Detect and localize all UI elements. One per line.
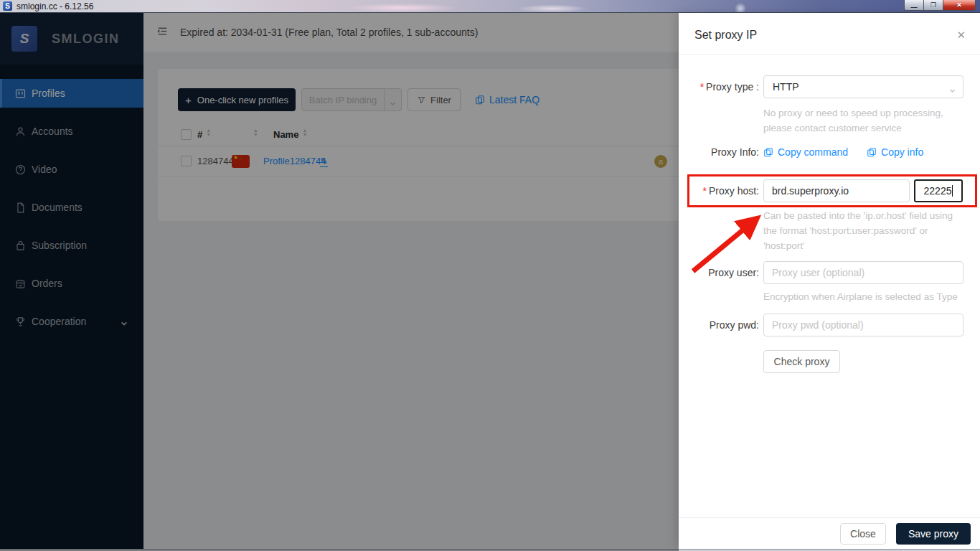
copy-icon [867,147,877,157]
close-button[interactable]: Close [840,523,886,545]
restore-button[interactable]: ❐ [924,0,943,11]
proxy-user-help: Encryption when Airplane is selected as … [763,289,967,304]
window-title: smlogin.cc - 6.12.56 [17,1,93,11]
proxy-type-select[interactable]: HTTP [763,75,963,98]
set-proxy-drawer: Set proxy IP ✕ *Proxy type : HTTP No pro… [679,13,980,549]
app-icon: S [3,1,12,11]
drawer-footer: Close Save proxy [679,517,980,549]
titlebar[interactable]: S smlogin.cc - 6.12.56 — ❐ ✕ [0,0,980,13]
proxy-user-input[interactable] [763,261,963,284]
proxy-port-input[interactable]: 22225 [914,179,963,202]
proxy-host-help: Can be pasted into the 'ip.or.host' fiel… [763,208,967,253]
chevron-down-icon [949,85,956,91]
proxy-pwd-input[interactable] [763,314,963,336]
copy-command-link[interactable]: Copy command [763,146,848,158]
copy-info-link[interactable]: Copy info [867,146,923,158]
proxy-pwd-label: Proxy pwd: [679,319,759,331]
proxy-type-help: No proxy or need to speed up processing,… [763,105,967,136]
copy-icon [763,147,773,157]
proxy-user-label: Proxy user: [679,267,759,278]
save-proxy-button[interactable]: Save proxy [896,523,971,545]
modal-overlay[interactable] [0,13,679,551]
close-window-button[interactable]: ✕ [943,0,976,11]
proxy-info-label: Proxy Info: [679,146,759,158]
app-window: S smlogin.cc - 6.12.56 — ❐ ✕ S SMLOGIN P… [0,0,980,551]
check-proxy-button[interactable]: Check proxy [763,350,840,373]
proxy-host-label: *Proxy host: [679,185,759,197]
minimize-button[interactable]: — [904,0,924,11]
proxy-host-input[interactable] [763,179,910,202]
proxy-type-label: *Proxy type : [679,81,759,93]
text-caret [952,185,953,197]
